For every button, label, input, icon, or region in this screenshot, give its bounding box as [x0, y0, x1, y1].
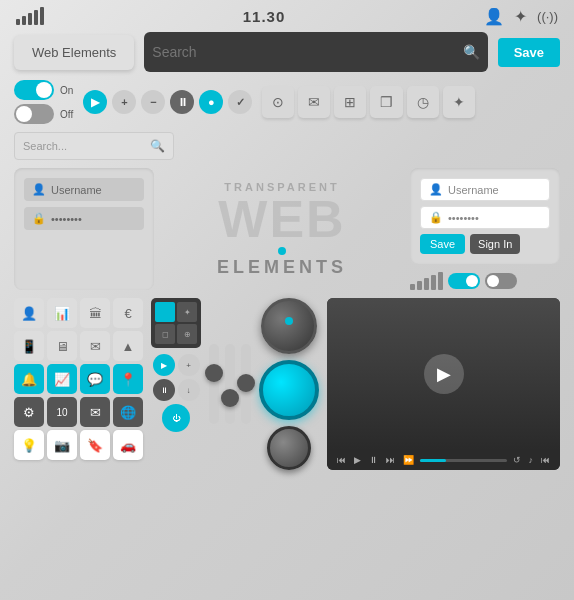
media-cell-2: ✦	[177, 302, 197, 322]
slider-2-thumb[interactable]	[221, 389, 239, 407]
search-bar: 🔍	[144, 32, 487, 72]
password-field-left[interactable]: 🔒 ••••••••	[24, 207, 144, 230]
play-ctrl-button[interactable]: ▶	[83, 90, 107, 114]
grid-icon-user[interactable]: 👤	[14, 298, 44, 328]
media-cell-4: ⊕	[177, 324, 197, 344]
progress-fill	[420, 459, 446, 462]
grid-icon-car[interactable]: 🚗	[113, 430, 143, 460]
pause-ctrl-button[interactable]: ⏸	[170, 90, 194, 114]
knob-teal[interactable]	[259, 360, 319, 420]
web-elements-button[interactable]: Web Elements	[14, 35, 134, 70]
transport-down[interactable]: ↓	[178, 379, 200, 401]
icon-tab-layers[interactable]: ❒	[370, 86, 403, 118]
toggle-on-label: On	[60, 85, 73, 96]
icon-tab-grid[interactable]: ⊞	[334, 86, 366, 118]
vid-next-btn[interactable]: ⏭	[384, 454, 397, 466]
video-play-button[interactable]: ▶	[424, 354, 464, 394]
icon-tab-star[interactable]: ✦	[443, 86, 475, 118]
toggle-off[interactable]	[14, 104, 54, 124]
icon-grid: 👤 📊 🏛 € 📱 🖥 ✉ ▲ 🔔 📈 💬 📍 ⚙ 10 ✉ 🌐 💡 📷 🔖 🚗	[14, 298, 143, 470]
login-save-button[interactable]: Save	[420, 234, 465, 254]
login-signin-button[interactable]: Sign In	[470, 234, 520, 254]
grid-icon-gear[interactable]: ⚙	[14, 397, 44, 427]
media-center: ✦ ◻ ⊕ ▶ + ⏸ ↓ ⏻	[151, 298, 201, 470]
web-label: WEB	[218, 193, 345, 245]
top-row: Web Elements 🔍 Save	[14, 32, 560, 72]
signal-bar-4	[34, 10, 38, 25]
icon-tab-settings[interactable]: ⊙	[262, 86, 294, 118]
username-label-left: Username	[51, 184, 102, 196]
grid-icon-mail-dark[interactable]: ✉	[80, 397, 110, 427]
grid-icon-chart[interactable]: 📊	[47, 298, 77, 328]
slider-1-thumb[interactable]	[205, 364, 223, 382]
grid-icon-euro[interactable]: €	[113, 298, 143, 328]
grid-icon-globe[interactable]: 🌐	[113, 397, 143, 427]
vid-prev-btn[interactable]: ⏮	[335, 454, 348, 466]
grid-icon-phone[interactable]: 📱	[14, 331, 44, 361]
username-label-right: Username	[448, 184, 499, 196]
grid-icon-trend[interactable]: 📈	[47, 364, 77, 394]
status-time: 11.30	[243, 8, 286, 25]
media-cell-3: ◻	[155, 324, 175, 344]
knob-small[interactable]	[267, 426, 311, 470]
slider-3	[241, 344, 251, 424]
check-ctrl-button[interactable]: ✓	[228, 90, 252, 114]
knob-dark[interactable]	[261, 298, 317, 354]
video-progress-bar[interactable]	[420, 459, 507, 462]
username-field-left[interactable]: 👤 Username	[24, 178, 144, 201]
mini-signal-bars	[410, 272, 443, 290]
add-ctrl-button[interactable]: +	[112, 90, 136, 114]
grid-icon-chat[interactable]: 💬	[80, 364, 110, 394]
grid-icon-ten[interactable]: 10	[47, 397, 77, 427]
grid-icon-building[interactable]: 🏛	[80, 298, 110, 328]
user-icon-left: 👤	[32, 183, 46, 196]
mini-bar-4	[431, 275, 436, 290]
vid-refresh-btn[interactable]: ↺	[511, 454, 523, 466]
dot-ctrl-button[interactable]: ●	[199, 90, 223, 114]
grid-icon-monitor[interactable]: 🖥	[47, 331, 77, 361]
transport-play[interactable]: ▶	[153, 354, 175, 376]
middle-section: 👤 Username 🔒 •••••••• TRANSPARENT WEB EL…	[14, 168, 560, 290]
vid-end-btn[interactable]: ⏮	[539, 454, 552, 466]
signal-bar-5	[40, 7, 44, 25]
status-bar: 11.30 👤 ✦ ((·))	[0, 0, 574, 32]
power-button[interactable]: ⏻	[162, 404, 190, 432]
text-search-bar[interactable]: Search... 🔍	[14, 132, 174, 160]
icon-tab-mail[interactable]: ✉	[298, 86, 330, 118]
slider-3-thumb[interactable]	[237, 374, 255, 392]
mini-bar-3	[424, 278, 429, 290]
signal-bar-2	[22, 16, 26, 25]
controls-row: On Off ▶ + − ⏸ ● ✓ ⊙ ✉ ⊞ ❒ ◷ ✦	[14, 80, 560, 124]
grid-icon-bulb[interactable]: 💡	[14, 430, 44, 460]
search-input[interactable]	[152, 44, 456, 60]
save-button[interactable]: Save	[498, 38, 560, 67]
video-player: ▶ ⏮ ▶ ⏸ ⏭ ⏩ ↺ ♪ ⏮	[327, 298, 560, 470]
vid-vol-btn[interactable]: ♪	[527, 454, 536, 466]
grid-icon-bell[interactable]: 🔔	[14, 364, 44, 394]
grid-icon-camera[interactable]: 📷	[47, 430, 77, 460]
stats-toggle[interactable]	[448, 273, 480, 289]
main-content: Web Elements 🔍 Save On Off ▶ +	[0, 32, 574, 480]
vid-fwd-btn[interactable]: ⏩	[401, 454, 416, 466]
icon-tab-chart[interactable]: ◷	[407, 86, 439, 118]
transport-row-1: ▶ +	[153, 354, 200, 376]
login-form-left: 👤 Username 🔒 ••••••••	[14, 168, 154, 290]
transport-add[interactable]: +	[178, 354, 200, 376]
grid-icon-bookmark[interactable]: 🔖	[80, 430, 110, 460]
toggle-on[interactable]	[14, 80, 54, 100]
minus-ctrl-button[interactable]: −	[141, 90, 165, 114]
username-field-right[interactable]: 👤 Username	[420, 178, 550, 201]
vid-play-btn[interactable]: ▶	[352, 454, 363, 466]
vid-pause-btn[interactable]: ⏸	[367, 454, 380, 466]
search-icon-button[interactable]: 🔍	[463, 44, 480, 60]
grid-icon-pin[interactable]: 📍	[113, 364, 143, 394]
grid-icon-up[interactable]: ▲	[113, 331, 143, 361]
stats-toggle-2[interactable]	[485, 273, 517, 289]
grid-icon-mail[interactable]: ✉	[80, 331, 110, 361]
media-square: ✦ ◻ ⊕	[151, 298, 201, 348]
text-search-placeholder: Search...	[23, 140, 67, 152]
transport-pause[interactable]: ⏸	[153, 379, 175, 401]
password-field-right[interactable]: 🔒 ••••••••	[420, 206, 550, 229]
mini-bar-1	[410, 284, 415, 290]
signal-bar-1	[16, 19, 20, 25]
